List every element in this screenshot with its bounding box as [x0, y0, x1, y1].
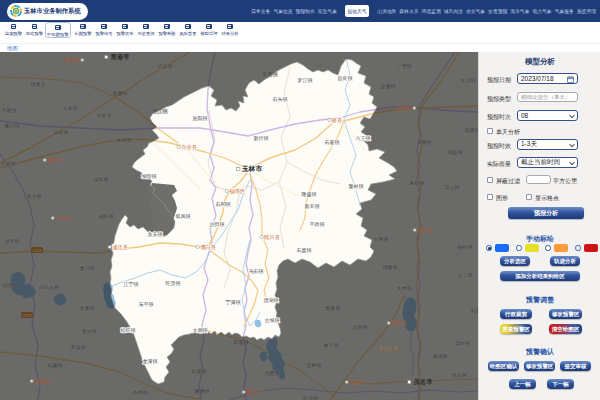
svg-text:钱排镇: 钱排镇 — [458, 244, 473, 250]
svg-text:石颈镇: 石颈镇 — [192, 368, 207, 375]
svg-text:泗水镇: 泗水镇 — [452, 372, 467, 379]
svg-text:木梓镇: 木梓镇 — [117, 137, 132, 143]
svg-text:沙田镇: 沙田镇 — [353, 324, 368, 331]
svg-text:沙田镇: 沙田镇 — [210, 221, 225, 228]
svg-text:福绵区: 福绵区 — [229, 188, 246, 195]
svg-text:石寨镇: 石寨镇 — [325, 139, 340, 146]
svg-text:浦北县: 浦北县 — [112, 244, 129, 251]
svg-text:常乐镇: 常乐镇 — [71, 344, 86, 350]
svg-text:石和镇: 石和镇 — [216, 201, 231, 208]
svg-text:镇龙乡: 镇龙乡 — [31, 81, 46, 87]
svg-text:江宁镇: 江宁镇 — [124, 281, 139, 288]
svg-text:朱砂镇: 朱砂镇 — [410, 180, 425, 186]
svg-text:龙潭镇: 龙潭镇 — [143, 358, 158, 365]
svg-text:南乡镇: 南乡镇 — [27, 193, 42, 199]
svg-text:笃岭镇: 笃岭镇 — [455, 340, 470, 346]
svg-text:黎村镇: 黎村镇 — [349, 183, 364, 190]
svg-text:武乐镇: 武乐镇 — [158, 63, 173, 69]
svg-text:马岭镇: 马岭镇 — [54, 129, 69, 135]
svg-text:新丰镇: 新丰镇 — [305, 203, 320, 209]
svg-text:玉林市: 玉林市 — [242, 164, 263, 173]
svg-text:大井镇: 大井镇 — [397, 285, 412, 291]
svg-text:湛江镇: 湛江镇 — [152, 108, 168, 115]
svg-text:茂名市: 茂名市 — [412, 378, 433, 386]
svg-text:洛阳镇: 洛阳镇 — [193, 115, 208, 122]
svg-text:水汶镇: 水汶镇 — [461, 77, 476, 84]
svg-text:平政镇: 平政镇 — [310, 221, 325, 227]
svg-text:信宜市: 信宜市 — [417, 227, 433, 234]
svg-text:新塘镇: 新塘镇 — [113, 90, 128, 96]
svg-text:灵山县: 灵山县 — [55, 215, 72, 222]
svg-text:白石水镇: 白石水镇 — [39, 284, 59, 291]
svg-text:石康镇: 石康镇 — [48, 362, 63, 369]
svg-text:波塘镇: 波塘镇 — [380, 83, 396, 90]
svg-text:河唇镇: 河唇镇 — [265, 370, 280, 377]
svg-text:兴业县: 兴业县 — [181, 144, 198, 150]
svg-text:高州市: 高州市 — [391, 320, 407, 326]
svg-text:沙坪镇: 沙坪镇 — [5, 238, 20, 245]
svg-text:隆盛镇: 隆盛镇 — [302, 191, 317, 197]
svg-text:福旺镇: 福旺镇 — [99, 213, 114, 220]
svg-text:松旺镇: 松旺镇 — [121, 327, 136, 333]
svg-text:陆川县: 陆川县 — [264, 234, 281, 240]
svg-text:古城镇: 古城镇 — [265, 317, 280, 323]
svg-text:城隍镇: 城隍镇 — [141, 173, 157, 179]
svg-text:覃塘区: 覃塘区 — [64, 57, 81, 64]
svg-text:横州市: 横州市 — [47, 157, 63, 163]
svg-text:罗江镇: 罗江镇 — [298, 77, 313, 84]
svg-text:分界镇: 分界镇 — [374, 236, 389, 242]
svg-text:宁潭镇: 宁潭镇 — [226, 299, 241, 306]
svg-text:龙门镇: 龙门镇 — [80, 265, 95, 271]
svg-text:自良镇: 自良镇 — [338, 75, 353, 81]
svg-text:谢鸡镇: 谢鸡镇 — [433, 353, 448, 359]
svg-text:马贵镇: 马贵镇 — [471, 307, 479, 313]
svg-text:永安镇: 永安镇 — [148, 231, 163, 237]
svg-text:张黄镇: 张黄镇 — [80, 305, 95, 312]
svg-text:南渡镇: 南渡镇 — [465, 127, 479, 134]
svg-text:新圩镇: 新圩镇 — [254, 135, 269, 141]
svg-text:大隆镇: 大隆镇 — [417, 139, 432, 145]
svg-text:廉江市: 廉江市 — [246, 389, 262, 395]
svg-text:那务镇: 那务镇 — [326, 305, 341, 312]
svg-text:林尘镇: 林尘镇 — [323, 342, 339, 348]
svg-text:东平镇: 东平镇 — [139, 301, 154, 307]
svg-text:旺茂镇: 旺茂镇 — [166, 280, 181, 286]
svg-text:乐民镇: 乐民镇 — [94, 176, 109, 182]
svg-text:高桥镇: 高桥镇 — [133, 389, 148, 395]
svg-text:伯劳镇: 伯劳镇 — [3, 282, 18, 289]
svg-text:古丁镇: 古丁镇 — [458, 272, 473, 278]
svg-text:石湾镇: 石湾镇 — [303, 395, 318, 400]
svg-text:石窝镇: 石窝镇 — [297, 247, 312, 254]
svg-text:陶圩镇: 陶圩镇 — [5, 123, 20, 130]
svg-text:双凤镇: 双凤镇 — [176, 213, 191, 219]
svg-text:加益镇: 加益镇 — [448, 149, 463, 155]
svg-text:合浦县: 合浦县 — [34, 378, 51, 385]
svg-text:平朗乡: 平朗乡 — [2, 107, 17, 113]
svg-text:泉水镇: 泉水镇 — [82, 328, 97, 334]
svg-text:罗秀镇: 罗秀镇 — [263, 71, 278, 78]
svg-text:大岭乡: 大岭乡 — [97, 112, 112, 118]
svg-text:云表镇: 云表镇 — [63, 105, 78, 111]
svg-text:和寨镇: 和寨镇 — [234, 339, 249, 345]
svg-text:化州市: 化州市 — [349, 379, 365, 386]
svg-text:镇隆镇: 镇隆镇 — [383, 264, 398, 270]
svg-text:岑溪市: 岑溪市 — [396, 105, 412, 111]
svg-text:三堡镇: 三堡镇 — [397, 63, 412, 69]
svg-text:乌石镇: 乌石镇 — [249, 268, 264, 275]
svg-text:容县: 容县 — [332, 117, 343, 124]
svg-text:贵港市: 贵港市 — [109, 53, 130, 61]
svg-text:石头镇: 石头镇 — [273, 96, 288, 103]
svg-text:六王镇: 六王镇 — [356, 135, 371, 141]
svg-text:茶山镇: 茶山镇 — [445, 184, 460, 190]
svg-text:大垌镇: 大垌镇 — [193, 327, 208, 333]
svg-text:雅塘镇: 雅塘镇 — [195, 388, 210, 395]
svg-text:清湖镇: 清湖镇 — [264, 297, 279, 304]
svg-text:官桥镇: 官桥镇 — [307, 362, 322, 368]
svg-text:百合镇: 百合镇 — [1, 160, 16, 167]
svg-text:博白县: 博白县 — [200, 244, 217, 251]
